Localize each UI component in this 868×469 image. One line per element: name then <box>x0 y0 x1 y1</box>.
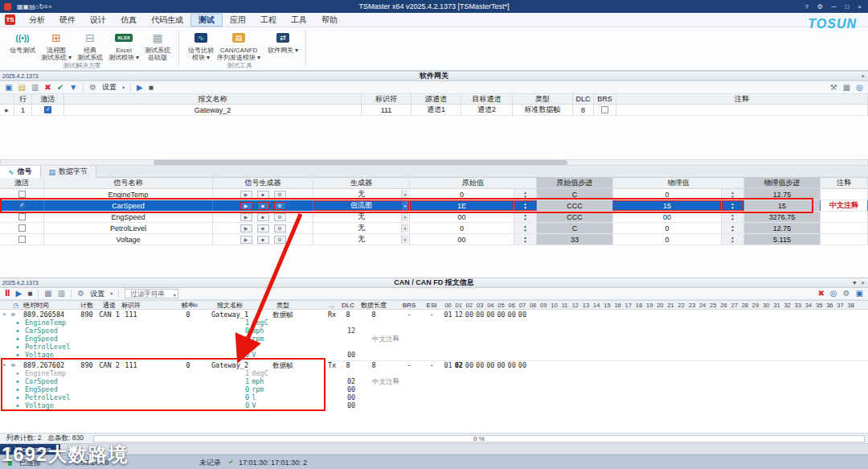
phys-value-stepper[interactable]: ▲▼ <box>722 212 744 222</box>
raw-value-input[interactable]: 1E <box>410 200 514 211</box>
settings-label[interactable]: 设置 <box>90 289 104 299</box>
ribbon-item-software-gateway[interactable]: ⇄ 软件网关 ▾ <box>265 29 301 54</box>
ribbon-item-canfd-sequence[interactable]: ▤ CAN/CANFD序列发送模块 ▾ <box>215 29 262 61</box>
close-icon[interactable]: × <box>858 3 862 10</box>
signal-row-petrollevel[interactable]: PetrolLevel ▶ ■ ⚙ 无▾ 0 ▲▼ C 0 ▲▼ 12.75 <box>0 223 868 234</box>
signal-active-checkbox[interactable] <box>18 191 26 198</box>
save-icon[interactable]: ▣ <box>5 84 12 92</box>
titlebar-quick-icon[interactable]: ▦ <box>17 3 23 10</box>
open-icon[interactable]: ▤ <box>18 84 25 92</box>
ribbon-item-signal-test[interactable]: ((•)) 信号测试 <box>5 29 40 54</box>
phys-value-input[interactable]: 0 <box>613 189 722 200</box>
clear-icon[interactable]: ✖ <box>817 290 824 298</box>
save-icon[interactable]: ▣ <box>856 290 863 298</box>
trace-message-row[interactable]: ▾ ✉ 889.266584 890 CAN 1 111 0 Gateway_1… <box>0 311 868 319</box>
menu-tab[interactable]: 硬件 <box>52 14 83 27</box>
phys-value-input[interactable]: 0 <box>613 223 722 233</box>
menu-tab[interactable]: 工程 <box>253 14 284 27</box>
play-button[interactable]: ▶ <box>240 236 252 244</box>
raw-value-input[interactable]: 00 <box>410 212 514 222</box>
trace-signal-row[interactable]: ◆ EngineTemp 1degC <box>0 319 868 327</box>
menu-tab[interactable]: 应用 <box>223 14 253 27</box>
list-icon[interactable]: ▥ <box>58 290 65 298</box>
stop-button[interactable]: ■ <box>257 202 269 210</box>
maximize-icon[interactable]: □ <box>845 3 849 10</box>
phys-value-stepper[interactable]: ▲▼ <box>722 223 744 233</box>
signal-row-carspeed[interactable]: CarSpeed ▶ ■ ⚙ 值流图▾ 1E ▲▼ CCC 15 ▲▼ 15 中… <box>0 200 868 212</box>
trace-signal-row[interactable]: ◆ PetrolLevel 0l 00 <box>0 393 868 401</box>
trace-message-row[interactable]: ▾ ✉ 889.267602 890 CAN 2 111 0 Gateway_2… <box>0 361 868 369</box>
settings-gear-icon[interactable]: ⚙ <box>89 84 96 92</box>
generator-settings-button[interactable]: ⚙ <box>274 224 286 232</box>
trace-signal-row[interactable]: ◆ EngineTemp 1degC <box>0 369 868 377</box>
raw-value-input[interactable]: 00 <box>410 234 514 245</box>
brs-checkbox[interactable] <box>601 106 608 113</box>
ribbon-item-flowchart-test[interactable]: ⊞ 流程图测试系统 ▾ <box>39 29 74 61</box>
filter-icon[interactable]: ▼ <box>69 84 77 92</box>
settings-icon[interactable]: ⚙ <box>817 3 823 10</box>
trace-close-icon[interactable]: × <box>861 279 865 286</box>
generator-select[interactable]: 值流图▾ <box>313 200 410 211</box>
menu-tab[interactable]: 代码生成 <box>144 14 190 27</box>
generator-settings-button[interactable]: ⚙ <box>274 236 286 244</box>
stop-button[interactable]: ■ <box>257 224 269 232</box>
titlebar-quick-icon[interactable]: + <box>48 3 52 10</box>
columns-icon[interactable]: ▦ <box>843 84 850 92</box>
minimize-icon[interactable]: ─ <box>832 3 837 10</box>
phys-value-input[interactable]: 00 <box>613 212 722 222</box>
help-icon[interactable]: ? <box>805 3 808 10</box>
raw-value-stepper[interactable]: ▲▼ <box>514 200 537 211</box>
ribbon-item-excel-test[interactable]: XLSX Excel测试模块 ▾ <box>106 29 141 61</box>
trace-message-group-gateway1[interactable]: ▾ ✉ 889.266584 890 CAN 1 111 0 Gateway_1… <box>0 311 868 360</box>
stop-button[interactable]: ■ <box>257 236 269 244</box>
trace-signal-row[interactable]: ◆ CarSpeed 0mph 12 <box>0 327 868 335</box>
phys-value-stepper[interactable]: ▲▼ <box>722 189 744 200</box>
generator-settings-button[interactable]: ⚙ <box>274 213 286 221</box>
signal-active-checkbox[interactable] <box>18 202 26 209</box>
generator-select[interactable]: 无▾ <box>313 223 410 233</box>
raw-value-stepper[interactable]: ▲▼ <box>514 212 537 222</box>
filter-string-select[interactable]: 过滤字符串▾ <box>125 289 178 298</box>
generator-settings-button[interactable]: ⚙ <box>274 202 286 210</box>
play-button[interactable]: ▶ <box>240 224 252 232</box>
signal-active-checkbox[interactable] <box>18 236 26 243</box>
delete-icon[interactable]: ✖ <box>44 84 51 92</box>
titlebar-quick-icon[interactable]: ▤ <box>29 3 35 10</box>
trace-signal-row[interactable]: ◆ Voltage 0V 00 <box>0 401 868 409</box>
raw-value-input[interactable]: 0 <box>410 189 514 200</box>
play-icon[interactable]: ▶ <box>16 290 23 298</box>
tab-data-bytes[interactable]: ▤ 数据字节 <box>41 166 97 178</box>
generator-select[interactable]: 无▾ <box>313 212 410 222</box>
play-button[interactable]: ▶ <box>240 191 252 199</box>
wrench-icon[interactable]: ⚒ <box>830 84 837 92</box>
raw-value-stepper[interactable]: ▲▼ <box>514 234 537 245</box>
stop-button[interactable]: ■ <box>257 213 269 221</box>
menu-tab[interactable]: 仿真 <box>113 14 144 27</box>
signal-row-engspeed[interactable]: EngSpeed ▶ ■ ⚙ 无▾ 00 ▲▼ CCC 00 ▲▼ 3276.7… <box>0 212 868 223</box>
expander-icon[interactable]: ▾ <box>2 311 6 319</box>
menu-tab[interactable]: 帮助 <box>314 14 345 27</box>
stop-button[interactable]: ■ <box>257 191 269 199</box>
phys-value-stepper[interactable]: ▲▼ <box>722 234 744 245</box>
play-icon[interactable]: ▶ <box>137 84 143 92</box>
menu-tab[interactable]: 分析 <box>22 14 52 27</box>
gateway-close-icon[interactable]: × <box>861 72 865 80</box>
expander-icon[interactable]: ▾ <box>2 361 6 369</box>
ribbon-item-signal-compare[interactable]: ∿ 信号比较模块 ▾ <box>183 29 219 61</box>
signal-active-checkbox[interactable] <box>18 224 26 232</box>
play-button[interactable]: ▶ <box>240 202 252 210</box>
generator-settings-button[interactable]: ⚙ <box>274 191 286 199</box>
search-icon[interactable]: ◎ <box>830 290 837 298</box>
titlebar-quick-icon[interactable]: ⌂ <box>35 3 39 10</box>
horizontal-scrollbar[interactable] <box>0 159 868 166</box>
search-icon[interactable]: ◎ <box>856 84 863 92</box>
ribbon-item-classic-test[interactable]: ⊟ 经典测试系统 <box>72 29 108 61</box>
trace-signal-row[interactable]: ◆ EngSpeed 0rpm 00 <box>0 385 868 393</box>
settings-label[interactable]: 设置 <box>102 82 117 93</box>
scrollbar-thumb[interactable] <box>154 160 567 165</box>
phys-value-input[interactable]: 0 <box>613 234 722 245</box>
menu-tab[interactable]: 设计 <box>83 14 113 27</box>
generator-select[interactable]: 无▾ <box>313 234 410 245</box>
trace-message-group-gateway2[interactable]: ▾ ✉ 889.267602 890 CAN 2 111 0 Gateway_2… <box>0 360 868 410</box>
signal-row-voltage[interactable]: Voltage ▶ ■ ⚙ 无▾ 00 ▲▼ 33 0 ▲▼ 5.115 <box>0 234 868 245</box>
